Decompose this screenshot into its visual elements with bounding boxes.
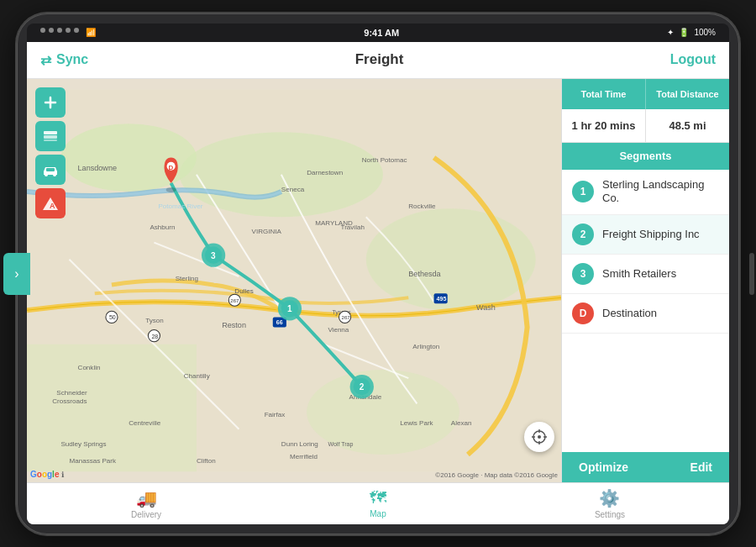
status-time: 9:41 AM (364, 28, 399, 38)
locate-button[interactable] (524, 422, 554, 452)
svg-point-4 (366, 208, 536, 310)
segment-badge-d: D (572, 302, 594, 324)
tablet-frame: 📶 9:41 AM ✦ 🔋 100% ⇄ Sync Freight Logout (17, 13, 739, 534)
svg-text:Wolf Trap: Wolf Trap (328, 440, 353, 447)
svg-rect-70 (46, 168, 55, 171)
svg-text:Bethesda: Bethesda (408, 269, 441, 277)
dot4 (66, 28, 71, 33)
svg-point-69 (53, 173, 56, 176)
map-copyright: ©2016 Google · Map data ©2016 Google (435, 471, 558, 479)
svg-text:Merrifield: Merrifield (290, 453, 318, 460)
zoom-in-button[interactable] (35, 87, 66, 118)
svg-point-62 (166, 187, 176, 192)
settings-label: Settings (595, 510, 625, 519)
sync-label: Sync (56, 52, 88, 67)
svg-point-73 (538, 435, 541, 439)
svg-text:Ashburn: Ashburn (150, 224, 175, 231)
svg-text:Arlington: Arlington (412, 342, 439, 350)
segment-name-d: Destination (602, 307, 657, 321)
panel-arrow-button[interactable]: › (27, 253, 30, 295)
svg-text:North Potomac: North Potomac (362, 155, 407, 163)
map-area[interactable]: Lansdowne Ashburn Sterling Reston Chanti… (27, 79, 561, 482)
svg-text:267: 267 (342, 315, 351, 320)
svg-text:50: 50 (109, 314, 116, 320)
map-label: Map (370, 509, 386, 518)
segment-badge-1: 1 (572, 181, 594, 202)
dot1 (40, 28, 45, 33)
layers-button[interactable] (35, 121, 66, 151)
google-logo: Google ℹ (30, 470, 64, 479)
map-controls: A (35, 87, 66, 218)
svg-text:Rockville: Rockville (408, 202, 436, 210)
segment-name-1: Sterling Landscaping Co. (602, 178, 719, 207)
total-distance-value: 48.5 mi (646, 109, 729, 142)
svg-text:Seneca: Seneca (281, 186, 305, 193)
sync-button[interactable]: ⇄ Sync (40, 52, 88, 68)
segment-list: 1 Sterling Landscaping Co. 2 Freight Shi… (562, 170, 729, 452)
segment-item-1[interactable]: 1 Sterling Landscaping Co. (562, 170, 729, 216)
stats-values: 1 hr 20 mins 48.5 mi (562, 109, 729, 143)
svg-point-3 (180, 132, 383, 217)
svg-text:267: 267 (230, 298, 239, 303)
tab-settings[interactable]: ⚙️ Settings (578, 485, 642, 523)
tab-delivery[interactable]: 🚚 Delivery (114, 485, 178, 523)
svg-text:Tyson: Tyson (145, 317, 164, 324)
svg-text:Alexan: Alexan (451, 418, 472, 426)
alert-button[interactable]: A (35, 188, 66, 218)
svg-text:Crossroads: Crossroads (52, 397, 87, 405)
svg-text:Dunn Loring: Dunn Loring (281, 439, 318, 447)
total-time-value: 1 hr 20 mins (562, 109, 646, 142)
battery-level: 100% (694, 28, 716, 37)
map-svg: Lansdowne Ashburn Sterling Reston Chanti… (27, 79, 561, 482)
svg-text:Sterling: Sterling (176, 275, 198, 282)
header: ⇄ Sync Freight Logout (27, 42, 729, 79)
svg-rect-5 (27, 344, 197, 471)
segment-item-destination[interactable]: D Destination (562, 294, 729, 334)
header-title: Freight (355, 51, 404, 68)
segment-item-3[interactable]: 3 Smith Retailers (562, 255, 729, 294)
svg-point-68 (45, 173, 48, 176)
svg-text:Clifton: Clifton (197, 457, 216, 465)
svg-text:VIRGINIA: VIRGINIA (252, 228, 282, 235)
svg-rect-65 (44, 131, 57, 134)
bluetooth-icon: ✦ (667, 28, 674, 37)
status-dots: 📶 (40, 28, 96, 37)
svg-text:Lewis Park: Lewis Park (400, 418, 433, 426)
svg-point-2 (60, 124, 197, 192)
settings-icon: ⚙️ (599, 488, 620, 508)
svg-text:28: 28 (151, 333, 158, 339)
total-distance-label: Total Distance (646, 79, 729, 109)
svg-text:Manassas Park: Manassas Park (69, 457, 117, 465)
logout-button[interactable]: Logout (670, 52, 716, 67)
stats-bar: Total Time Total Distance (562, 79, 729, 109)
svg-text:Chantilly: Chantilly (184, 372, 211, 380)
svg-text:66: 66 (276, 319, 283, 325)
segment-name-2: Freight Shipping Inc (602, 228, 700, 242)
dot2 (49, 28, 54, 33)
edit-button[interactable]: Edit (690, 460, 712, 474)
svg-text:Reston: Reston (222, 320, 246, 329)
tab-map[interactable]: 🗺 Map (353, 485, 403, 522)
sync-icon: ⇄ (40, 52, 51, 68)
svg-text:Fairfax: Fairfax (265, 410, 286, 418)
svg-text:Darnestown: Darnestown (307, 168, 343, 176)
svg-text:A: A (50, 202, 55, 210)
delivery-icon: 🚚 (136, 488, 157, 508)
segment-badge-2: 2 (572, 224, 594, 245)
svg-text:Vienna: Vienna (328, 325, 349, 333)
segment-item-2[interactable]: 2 Freight Shipping Inc (562, 215, 729, 255)
dot3 (57, 28, 62, 33)
svg-text:Sudley Springs: Sudley Springs (60, 439, 106, 447)
status-bar: 📶 9:41 AM ✦ 🔋 100% (27, 24, 729, 42)
svg-text:Dulles: Dulles (234, 287, 253, 295)
main-content: Lansdowne Ashburn Sterling Reston Chanti… (27, 79, 729, 482)
home-indicator (749, 253, 754, 295)
car-button[interactable] (35, 155, 66, 185)
delivery-label: Delivery (131, 510, 161, 519)
total-time-label: Total Time (562, 79, 646, 109)
map-icon: 🗺 (370, 488, 386, 508)
optimize-button[interactable]: Optimize (579, 460, 628, 474)
dot5 (74, 28, 79, 33)
segment-name-3: Smith Retailers (602, 267, 676, 281)
right-panel: › Total Time Total Distance 1 hr 20 mins… (561, 79, 729, 482)
